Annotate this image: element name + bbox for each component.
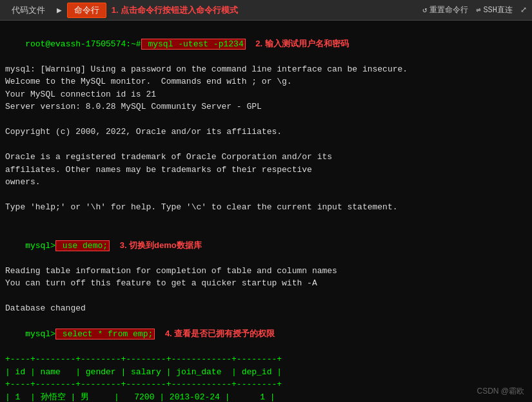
expand-button[interactable]: ⤢: [520, 5, 527, 15]
table-divider-mid: +----+--------+--------+--------+-------…: [5, 378, 527, 391]
tab-code-files[interactable]: 代码文件: [5, 2, 52, 19]
terminal-line-11: [5, 189, 527, 202]
terminal-line-9: affiliates. Other names may be trademark…: [5, 164, 527, 177]
cmd-input-1: mysql -utest -p1234: [141, 39, 246, 50]
terminal-line-7: [5, 139, 527, 151]
terminal-line-10: owners.: [5, 176, 527, 189]
terminal-line-12: Type 'help;' or '\h' for help. Type '\c'…: [5, 201, 527, 214]
annotation-4: 4. 查看是否已拥有授予的权限: [165, 329, 275, 338]
ssh-label: SSH直连: [483, 5, 513, 15]
annotation-2: 2. 输入测试用户名和密码: [255, 39, 348, 48]
table-header: | id | name | gender | salary | join_dat…: [5, 366, 527, 379]
terminal-line-select: mysql> select * from emp; 4. 查看是否已拥有授予的权…: [5, 315, 527, 354]
annotation-3: 3. 切换到demo数据库: [120, 240, 202, 250]
prompt-1: root@evassh-17505574:~#: [25, 39, 141, 49]
prompt-2: mysql>: [25, 241, 55, 251]
table-row-1: | 1 | 孙悟空 | 男 | 7200 | 2013-02-24 | 1 |: [5, 391, 527, 403]
terminal-line-4: Server version: 8.0.28 MySQL Community S…: [5, 100, 527, 113]
ssh-direct-button[interactable]: ⇌ SSH直连: [476, 5, 513, 15]
toolbar: 代码文件 ▶ 命令行 1. 点击命令行按钮进入命令行模式 ↺ 重置命令行 ⇌ S…: [0, 0, 532, 21]
terminal-line-5: [5, 113, 527, 126]
refresh-cmd-button[interactable]: ↺ 重置命令行: [422, 5, 468, 15]
arrow-icon: ▶: [57, 5, 62, 15]
terminal-line-17: Database changed: [5, 302, 527, 315]
terminal-line-16: [5, 290, 527, 303]
cmd-select: select * from emp;: [55, 329, 155, 340]
cmd-button[interactable]: 命令行: [67, 3, 106, 18]
terminal-line-8: Oracle is a registered trademark of Orac…: [5, 151, 527, 164]
terminal-line-use: mysql> use demo; 3. 切换到demo数据库: [5, 226, 527, 265]
terminal-line-14: Reading table information for completion…: [5, 265, 527, 278]
csdn-watermark: CSDN @霸欧: [477, 386, 524, 397]
ssh-icon: ⇌: [476, 5, 480, 15]
terminal-line-1: root@evassh-17505574:~# mysql -utest -p1…: [5, 24, 527, 63]
terminal-line-6: Copyright (c) 2000, 2022, Oracle and/or …: [5, 126, 527, 139]
terminal-line-2: Welcome to the MySQL monitor. Commands e…: [5, 75, 527, 88]
toolbar-right: ↺ 重置命令行 ⇌ SSH直连 ⤢: [422, 5, 527, 15]
refresh-label: 重置命令行: [429, 5, 468, 15]
table-divider-top: +----+--------+--------+--------+-------…: [5, 353, 527, 366]
terminal: root@evassh-17505574:~# mysql -utest -p1…: [0, 21, 532, 402]
terminal-line-15: You can turn off this feature to get a q…: [5, 277, 527, 290]
terminal-line-13: [5, 214, 527, 227]
terminal-line-3: Your MySQL connection id is 21: [5, 88, 527, 101]
refresh-icon: ↺: [422, 5, 427, 15]
cmd-use-demo: use demo;: [55, 240, 110, 251]
annotation-1: 1. 点击命令行按钮进入命令行模式: [112, 5, 238, 16]
prompt-3: mysql>: [25, 329, 55, 339]
terminal-line-warn: mysql: [Warning] Using a password on the…: [5, 63, 527, 76]
